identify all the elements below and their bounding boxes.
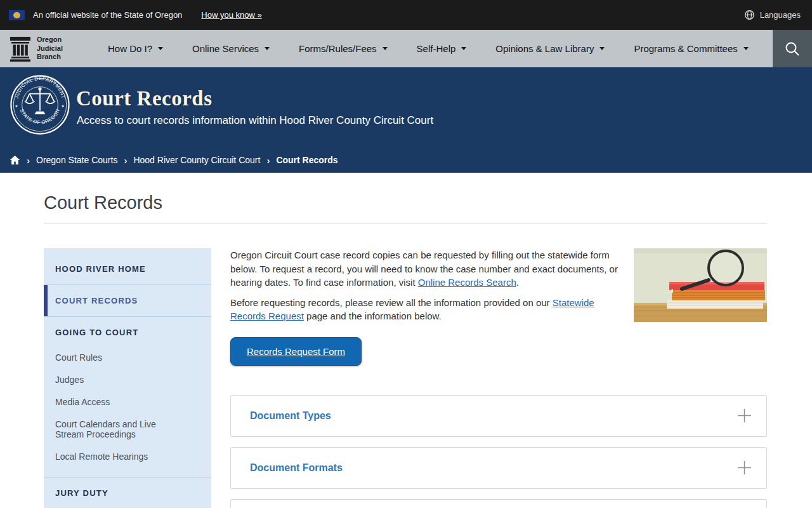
hero-subtitle: Access to court records information with… [0,110,812,127]
oregon-flag-icon [9,10,25,20]
breadcrumb-current: Court Records [276,155,337,165]
pillar-logo-icon [9,36,32,62]
sidebar-item-hood-river-home[interactable]: HOOD RIVER HOME [44,253,211,284]
chevron-down-icon [383,47,388,50]
breadcrumb-hood-river-county[interactable]: Hood River County Circuit Court [133,155,260,165]
svg-text:★: ★ [15,104,18,108]
sidebar-item-going-to-court[interactable]: GOING TO COURT [44,317,211,342]
records-request-form-button[interactable]: Records Request Form [230,337,362,366]
divider [44,223,767,224]
chevron-down-icon [743,47,749,50]
search-button[interactable] [773,30,812,67]
nav-forms-rules-fees[interactable]: Forms/Rules/Fees [299,43,388,54]
svg-text:★: ★ [62,104,65,108]
chevron-right-icon: › [27,155,30,166]
accordion-document-formats[interactable]: Document Formats [230,447,767,489]
plus-icon [737,408,752,424]
page-title: Court Records [44,192,767,213]
online-records-search-link[interactable]: Online Records Search [418,277,516,288]
how-you-know-link[interactable]: How you know » [201,10,261,20]
judicial-department-seal: JUDICIAL DEPARTMENT STATE OF OREGON ★ ★ [10,74,70,135]
breadcrumb-oregon-state-courts[interactable]: Oregon State Courts [36,155,117,165]
logo-text: Oregon Judicial Branch [37,36,74,62]
nav-online-services[interactable]: Online Services [192,43,270,54]
main-content: Oregon Circuit Court case record copies … [230,248,767,508]
official-website-text: An official website of the State of Oreg… [33,10,182,20]
plus-icon [737,460,752,476]
sidebar-item-court-records-active[interactable]: COURT RECORDS [44,285,211,316]
sidebar-item-jury-duty[interactable]: JURY DUTY [44,478,211,508]
main-navigation-bar: Oregon Judicial Branch How Do I? Online … [0,30,812,67]
ojb-logo[interactable]: Oregon Judicial Branch [0,36,74,62]
sidebar-item-local-remote-hearings[interactable]: Local Remote Hearings [44,445,211,467]
review-paragraph: Before requesting records, please review… [230,296,627,323]
sidebar-item-media-access[interactable]: Media Access [44,391,211,413]
accordion-list: Document Types Document Formats Audio Fo… [230,395,767,508]
chevron-right-icon: › [266,155,270,166]
chevron-right-icon: › [124,155,127,166]
page-hero: JUDICIAL DEPARTMENT STATE OF OREGON ★ ★ … [0,67,812,173]
nav-items: How Do I? Online Services Forms/Rules/Fe… [108,43,749,54]
chevron-down-icon [461,47,466,50]
utility-bar: An official website of the State of Oreg… [0,0,812,30]
globe-icon [744,10,755,20]
languages-label: Languages [760,10,801,20]
chevron-down-icon [599,47,605,50]
chevron-down-icon [265,47,270,50]
search-icon [784,41,801,57]
nav-programs-committees[interactable]: Programs & Committees [634,43,748,54]
hero-title: Court Records [0,67,812,110]
sidebar-item-court-rules[interactable]: Court Rules [44,346,211,368]
nav-how-do-i[interactable]: How Do I? [108,43,163,54]
accordion-audio-formats[interactable]: Audio Formats [230,499,767,508]
books-with-magnifying-glass-photo [634,248,767,322]
accordion-document-types[interactable]: Document Types [230,395,767,437]
sidebar-item-court-calendars[interactable]: Court Calendars and Live Stream Proceedi… [44,413,196,445]
nav-opinions-law-library[interactable]: Opinions & Law Library [495,43,605,54]
nav-self-help[interactable]: Self-Help [417,43,467,54]
chevron-down-icon [158,47,163,50]
sidebar: HOOD RIVER HOME COURT RECORDS GOING TO C… [44,248,211,508]
sidebar-item-judges[interactable]: Judges [44,368,211,391]
intro-paragraph: Oregon Circuit Court case record copies … [230,248,627,290]
breadcrumb: › Oregon State Courts › Hood River Count… [0,147,338,173]
languages-button[interactable]: Languages [744,10,801,20]
home-icon[interactable] [10,155,20,165]
